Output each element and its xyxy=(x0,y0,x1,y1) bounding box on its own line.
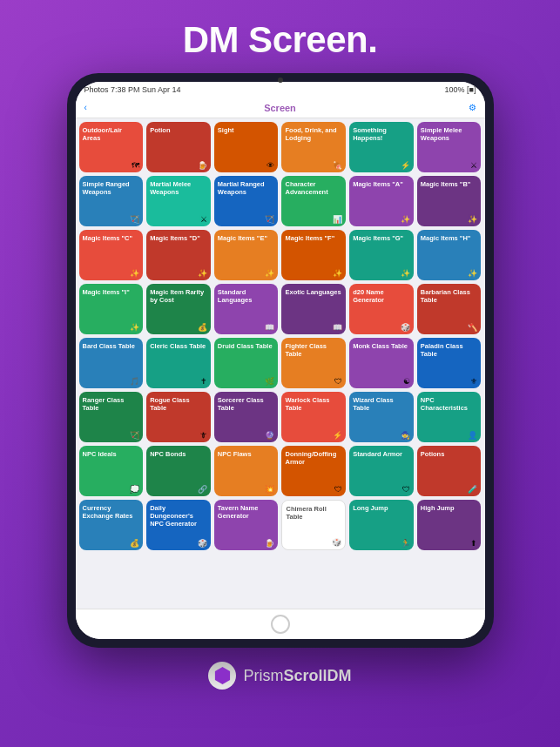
card-item[interactable]: Magic Items "C"✨ xyxy=(79,230,144,280)
card-icon: 🍺 xyxy=(198,161,207,170)
card-label: d20 Name Generator xyxy=(353,288,410,304)
card-icon: 🎲 xyxy=(332,538,341,547)
card-icon: ✨ xyxy=(468,269,477,278)
card-label: Magic Items "H" xyxy=(421,234,478,242)
card-item[interactable]: Druid Class Table🌿 xyxy=(214,338,279,388)
card-item[interactable]: Sorcerer Class Table🔮 xyxy=(214,392,279,442)
card-item[interactable]: Magic Item Rarity by Cost💰 xyxy=(146,284,211,334)
card-item[interactable]: Long Jump🏃 xyxy=(349,500,414,550)
logo-hexagon xyxy=(213,667,231,684)
card-icon: 🔗 xyxy=(198,485,207,494)
card-icon: 🪓 xyxy=(468,323,477,332)
card-item[interactable]: Martial Ranged Weapons🏹 xyxy=(214,176,279,226)
card-item[interactable]: Tavern Name Generator🍺 xyxy=(214,500,279,550)
card-label: Potions xyxy=(421,450,478,458)
card-item[interactable]: Fighter Class Table🛡 xyxy=(281,338,346,388)
card-label: High Jump xyxy=(421,504,478,512)
footer-brand-text: PrismScrollDM xyxy=(243,667,351,685)
card-item[interactable]: High Jump⬆ xyxy=(417,500,482,550)
card-item[interactable]: Bard Class Table🎵 xyxy=(79,338,144,388)
card-item[interactable]: Outdoor/Lair Areas🗺 xyxy=(79,122,144,172)
status-bar: Photos 7:38 PM Sun Apr 14 100% [■] xyxy=(76,82,485,98)
card-item[interactable]: Simple Ranged Weapons🏹 xyxy=(79,176,144,226)
card-grid-scroll[interactable]: Outdoor/Lair Areas🗺Potion🍺Sight👁Food, Dr… xyxy=(76,118,485,609)
card-item[interactable]: Ranger Class Table🏹 xyxy=(79,392,144,442)
card-label: Monk Class Table xyxy=(353,342,410,350)
card-label: Magic Items "E" xyxy=(218,234,275,242)
card-item[interactable]: Standard Languages📖 xyxy=(214,284,279,334)
card-item[interactable]: Food, Drink, and Lodging🍖 xyxy=(281,122,346,172)
home-button[interactable] xyxy=(271,615,290,634)
card-icon: ⚔ xyxy=(470,161,477,170)
card-item[interactable]: Daily Dungeoneer's NPC Generator🎲 xyxy=(146,500,211,550)
card-label: Magic Items "I" xyxy=(83,288,140,296)
card-icon: 🍖 xyxy=(333,161,342,170)
card-item[interactable]: Exotic Languages📖 xyxy=(281,284,346,334)
card-item[interactable]: NPC Flaws💥 xyxy=(214,446,279,496)
card-item[interactable]: Rogue Class Table🗡 xyxy=(146,392,211,442)
card-item[interactable]: Simple Melee Weapons⚔ xyxy=(417,122,482,172)
card-icon: ✨ xyxy=(198,269,207,278)
card-label: Something Happens! xyxy=(353,126,410,142)
card-item[interactable]: Potion🍺 xyxy=(146,122,211,172)
card-icon: 🧪 xyxy=(468,485,477,494)
card-label: Bard Class Table xyxy=(83,342,140,350)
card-item[interactable]: Magic Items "F"✨ xyxy=(281,230,346,280)
back-button[interactable]: ‹ xyxy=(84,103,87,112)
card-label: Martial Melee Weapons xyxy=(150,180,207,196)
status-left: Photos 7:38 PM Sun Apr 14 xyxy=(84,85,181,94)
card-icon: 🛡 xyxy=(334,485,342,494)
card-item[interactable]: Magic Items "E"✨ xyxy=(214,230,279,280)
card-label: Chimera Roll Table xyxy=(286,505,341,521)
card-label: Tavern Name Generator xyxy=(218,504,275,520)
card-label: Standard Languages xyxy=(218,288,275,304)
card-icon: 📖 xyxy=(265,323,274,332)
card-icon: ✨ xyxy=(401,215,410,224)
card-item[interactable]: Wizard Class Table🧙 xyxy=(349,392,414,442)
card-icon: 📊 xyxy=(333,215,342,224)
card-item[interactable]: Martial Melee Weapons⚔ xyxy=(146,176,211,226)
card-label: Warlock Class Table xyxy=(285,396,342,412)
card-item[interactable]: Magic Items "G"✨ xyxy=(349,230,414,280)
card-item[interactable]: Cleric Class Table✝ xyxy=(146,338,211,388)
card-item[interactable]: Something Happens!⚡ xyxy=(349,122,414,172)
card-icon: 📖 xyxy=(333,323,342,332)
card-icon: 🗺 xyxy=(132,161,139,170)
card-item[interactable]: Sight👁 xyxy=(214,122,279,172)
card-item[interactable]: Magic Items "H"✨ xyxy=(417,230,482,280)
card-item[interactable]: NPC Characteristics👤 xyxy=(417,392,482,442)
card-item[interactable]: Magic Items "I"✨ xyxy=(79,284,144,334)
card-icon: 🏹 xyxy=(130,431,139,440)
card-label: Martial Ranged Weapons xyxy=(218,180,275,196)
card-icon: 🎵 xyxy=(130,377,139,386)
settings-button[interactable]: ⚙ xyxy=(469,103,476,112)
card-icon: ⚡ xyxy=(333,431,342,440)
camera-dot xyxy=(278,77,283,83)
card-label: Magic Item Rarity by Cost xyxy=(150,288,207,304)
card-label: Potion xyxy=(150,126,207,134)
card-item[interactable]: Magic Items "D"✨ xyxy=(146,230,211,280)
card-item[interactable]: Monk Class Table☯ xyxy=(349,338,414,388)
card-item[interactable]: Standard Armor🛡 xyxy=(349,446,414,496)
card-item[interactable]: Barbarian Class Table🪓 xyxy=(417,284,482,334)
card-label: NPC Flaws xyxy=(218,450,275,458)
card-item[interactable]: NPC Bonds🔗 xyxy=(146,446,211,496)
brand-third: DM xyxy=(327,667,352,684)
card-item[interactable]: Chimera Roll Table🎲 xyxy=(281,500,346,550)
card-item[interactable]: d20 Name Generator🎲 xyxy=(349,284,414,334)
card-item[interactable]: Potions🧪 xyxy=(417,446,482,496)
card-label: Outdoor/Lair Areas xyxy=(83,126,140,142)
card-icon: 👤 xyxy=(468,431,477,440)
card-item[interactable]: Character Advancement📊 xyxy=(281,176,346,226)
card-item[interactable]: Magic Items "A"✨ xyxy=(349,176,414,226)
card-item[interactable]: Magic Items "B"✨ xyxy=(417,176,482,226)
page-title: DM Screen. xyxy=(183,19,378,61)
card-icon: ⬆ xyxy=(470,539,477,548)
card-item[interactable]: Warlock Class Table⚡ xyxy=(281,392,346,442)
card-item[interactable]: Paladin Class Table⚜ xyxy=(417,338,482,388)
card-item[interactable]: Currency Exchange Rates💰 xyxy=(79,500,144,550)
card-icon: 🏹 xyxy=(265,215,274,224)
card-item[interactable]: NPC Ideals💭 xyxy=(79,446,144,496)
card-item[interactable]: Donning/Doffing Armor🛡 xyxy=(281,446,346,496)
card-icon: ☯ xyxy=(403,377,410,386)
